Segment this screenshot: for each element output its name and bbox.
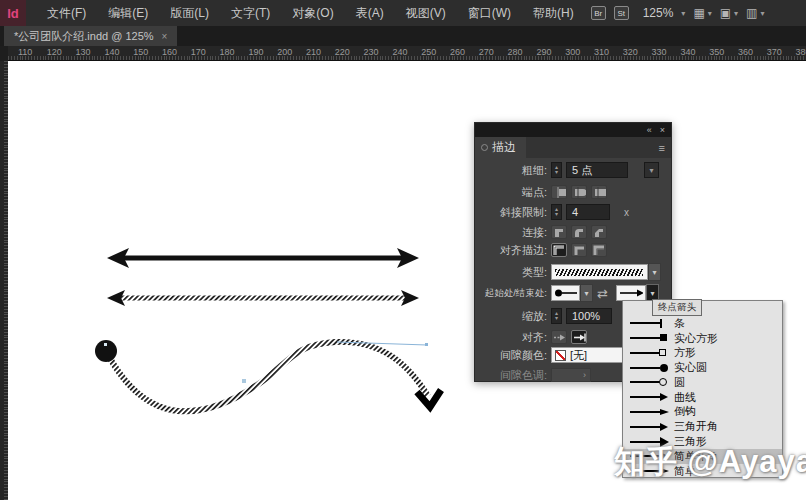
- document-tab-title: *公司团队介绍.indd @ 125%: [14, 29, 154, 44]
- menu-item-5[interactable]: 表(A): [345, 0, 395, 26]
- menu-item-8[interactable]: 帮助(H): [522, 0, 585, 26]
- align-stroke-row: 对齐描边:: [475, 241, 671, 259]
- swap-arrowheads-icon[interactable]: ⇄: [597, 286, 608, 301]
- miter-stepper[interactable]: ▴▾: [551, 204, 562, 220]
- align-stroke-center-icon[interactable]: [551, 243, 567, 257]
- butt-cap-icon[interactable]: [551, 185, 567, 199]
- menu-item-1[interactable]: 编辑(E): [97, 0, 159, 26]
- triangle-wide-arrowhead-icon: [660, 423, 668, 431]
- weight-stepper[interactable]: ▴▾: [551, 162, 562, 178]
- document-tabbar: *公司团队介绍.indd @ 125% ×: [0, 26, 806, 46]
- ruler-tick: 230: [364, 47, 379, 57]
- cap-label: 端点:: [475, 185, 551, 200]
- menubar: Id 文件(F)编辑(E)版面(L)文字(T)对象(O)表(A)视图(V)窗口(…: [0, 0, 806, 26]
- menu-item-2[interactable]: 版面(L): [159, 0, 220, 26]
- gap-color-label: 间隙颜色:: [475, 348, 551, 363]
- collapse-panel-icon[interactable]: «: [647, 125, 652, 135]
- round-cap-icon[interactable]: [571, 185, 587, 199]
- menu-item-0[interactable]: 文件(F): [36, 0, 97, 26]
- document-tab[interactable]: *公司团队介绍.indd @ 125% ×: [4, 26, 177, 46]
- horizontal-ruler[interactable]: 1101201301401501601701801902002102202302…: [8, 46, 806, 61]
- document-tab-close-icon[interactable]: ×: [162, 31, 168, 42]
- miter-join-icon[interactable]: [551, 225, 567, 239]
- align-arrow-inside-icon[interactable]: [571, 330, 587, 344]
- align-arrow-extend-icon[interactable]: [551, 330, 567, 344]
- view-options-chevron-icon[interactable]: ▾: [708, 9, 712, 18]
- end-arrowhead-combo[interactable]: [616, 285, 646, 301]
- ruler-tick: 130: [76, 47, 91, 57]
- arrowhead-option-barbed[interactable]: 倒钩: [623, 405, 782, 420]
- menu-item-6[interactable]: 视图(V): [395, 0, 457, 26]
- menu-item-3[interactable]: 文字(T): [220, 0, 281, 26]
- ruler-tick: 360: [738, 47, 753, 57]
- align-stroke-outside-icon[interactable]: [591, 243, 607, 257]
- indesign-logo: Id: [0, 0, 26, 26]
- stock-button[interactable]: St: [614, 6, 629, 20]
- scale-stepper[interactable]: ▴▾: [551, 308, 562, 324]
- panel-menu-icon[interactable]: ≡: [659, 142, 665, 154]
- start-end-label: 起始处/结束处:: [475, 287, 551, 300]
- cap-row: 端点:: [475, 183, 671, 201]
- start-arrowhead-chevron-icon[interactable]: ▾: [580, 284, 593, 302]
- ruler-tick: 370: [767, 47, 782, 57]
- watermark: 知乎 @Ayaya: [614, 441, 806, 483]
- arrowhead-option-bar[interactable]: 条: [623, 316, 782, 331]
- arrowhead-option-square-solid[interactable]: 实心方形: [623, 331, 782, 346]
- weight-dropdown-chevron-icon[interactable]: ▾: [644, 162, 659, 178]
- ruler-tick: 300: [565, 47, 580, 57]
- gap-tint-field: ›: [551, 368, 591, 382]
- end-arrowhead-preview: [619, 288, 643, 298]
- workspace-chevron-icon[interactable]: ▾: [760, 9, 764, 18]
- stroke-type-combo[interactable]: [551, 264, 648, 280]
- menubar-right-controls: Br St 125% ▾ ▦ ▾ ▣ ▾ ▥ ▾: [591, 6, 765, 20]
- ruler-tick: 280: [508, 47, 523, 57]
- arrowhead-option-triangle-wide[interactable]: 三角开角: [623, 419, 782, 434]
- vertical-ruler[interactable]: [0, 61, 8, 500]
- square-solid-arrowhead-icon: [660, 334, 667, 341]
- gap-tint-label: 间隙色调:: [475, 368, 551, 383]
- scale-value-field[interactable]: 100%: [566, 308, 612, 324]
- ruler-tick: 200: [277, 47, 292, 57]
- ruler-tick: 250: [421, 47, 436, 57]
- scale-label: 缩放:: [475, 309, 551, 324]
- ruler-tick: 240: [392, 47, 407, 57]
- stroke-type-row: 类型: ▾: [475, 263, 671, 281]
- ruler-tick: 340: [680, 47, 695, 57]
- miter-unit-label: x: [624, 207, 629, 218]
- menu-list: 文件(F)编辑(E)版面(L)文字(T)对象(O)表(A)视图(V)窗口(W)帮…: [36, 0, 585, 26]
- menu-item-7[interactable]: 窗口(W): [457, 0, 522, 26]
- bevel-join-icon[interactable]: [591, 225, 607, 239]
- circle-arrowhead-icon: [659, 378, 667, 386]
- ruler-tick: 160: [162, 47, 177, 57]
- arrowhead-option-curved[interactable]: 曲线: [623, 390, 782, 405]
- start-arrowhead-combo[interactable]: [551, 285, 580, 301]
- stroke-panel-tab[interactable]: 描边: [475, 137, 526, 158]
- workspace-icon[interactable]: ▥: [746, 6, 757, 20]
- close-panel-icon[interactable]: ×: [660, 125, 665, 135]
- ruler-tick: 380: [796, 47, 806, 57]
- projecting-cap-icon[interactable]: [591, 185, 607, 199]
- gap-color-combo[interactable]: [无]: [551, 347, 624, 363]
- bridge-button[interactable]: Br: [591, 6, 606, 20]
- zoom-chevron-icon[interactable]: ▾: [681, 9, 685, 18]
- arrowhead-option-square[interactable]: 方形: [623, 345, 782, 360]
- round-join-icon[interactable]: [571, 225, 587, 239]
- menu-item-4[interactable]: 对象(O): [281, 0, 344, 26]
- stroke-panel-titlebar: « ×: [475, 123, 671, 137]
- arrowhead-option-circle-solid[interactable]: 实心圆: [623, 360, 782, 375]
- miter-value-field[interactable]: 4: [566, 204, 610, 220]
- stroke-panel-title: 描边: [492, 139, 516, 156]
- align-stroke-inside-icon[interactable]: [571, 243, 587, 257]
- gap-color-value: [无]: [570, 348, 587, 363]
- weight-value-field[interactable]: 5 点: [566, 162, 628, 178]
- stroke-type-chevron-icon[interactable]: ▾: [648, 263, 661, 281]
- view-options-icon[interactable]: ▦: [693, 6, 704, 20]
- ruler-tick: 260: [450, 47, 465, 57]
- arrowhead-option-none[interactable]: 无: [623, 301, 782, 316]
- arrowhead-option-circle[interactable]: 圆: [623, 375, 782, 390]
- ruler-tick: 180: [220, 47, 235, 57]
- screen-mode-icon[interactable]: ▣: [720, 6, 731, 20]
- zoom-level-value[interactable]: 125%: [643, 6, 674, 20]
- screen-mode-chevron-icon[interactable]: ▾: [734, 9, 738, 18]
- end-arrowhead-tooltip: 终点箭头: [652, 299, 702, 316]
